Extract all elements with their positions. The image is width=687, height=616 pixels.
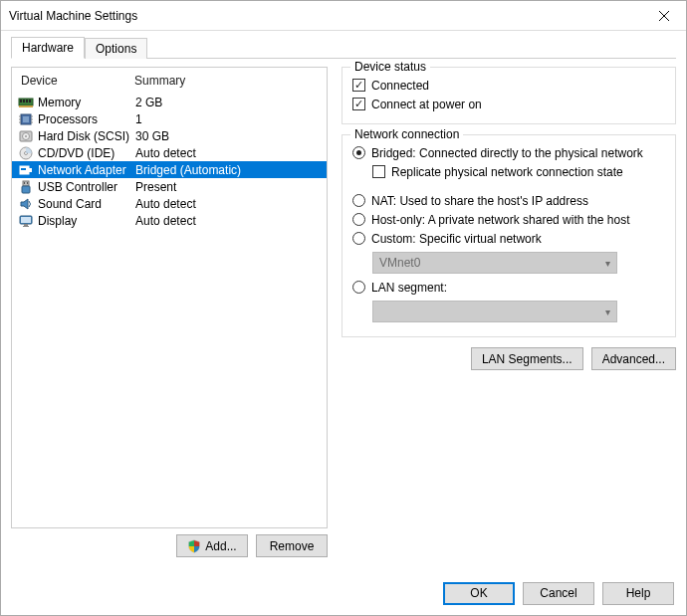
close-button[interactable] [641,1,686,30]
device-summary: 2 GB [135,96,321,109]
tab-hardware[interactable]: Hardware [11,37,85,59]
hostonly-radio-row[interactable]: Host-only: A private network shared with… [352,210,665,229]
device-list-header: Device Summary [12,68,327,94]
custom-vmnet-combo: VMnet0 ▾ [372,252,617,274]
svg-rect-29 [21,217,31,223]
titlebar: Virtual Machine Settings [1,1,686,31]
svg-point-18 [25,135,27,137]
hostonly-label: Host-only: A private network shared with… [371,213,629,227]
device-list: Device Summary Memory2 GBProcessors1Hard… [11,67,328,528]
device-name: USB Controller [38,180,135,194]
remove-button[interactable]: Remove [256,534,328,557]
memory-icon [18,95,34,110]
vm-settings-window: Virtual Machine Settings Hardware Option… [0,0,687,616]
nat-label: NAT: Used to share the host's IP address [371,194,588,208]
svg-rect-27 [27,182,28,184]
device-name: Display [38,214,135,228]
nat-radio-row[interactable]: NAT: Used to share the host's IP address [352,191,665,210]
svg-rect-23 [21,168,26,170]
svg-rect-30 [24,224,28,226]
svg-rect-9 [23,116,29,122]
nat-radio[interactable] [352,194,365,207]
ok-button[interactable]: OK [443,582,515,605]
add-button-label: Add... [205,539,236,553]
bridged-radio-row[interactable]: Bridged: Connected directly to the physi… [352,143,665,162]
device-name: CD/DVD (IDE) [38,146,135,160]
svg-rect-31 [23,226,29,227]
chevron-down-icon: ▾ [605,258,610,269]
lansegment-label: LAN segment: [371,281,447,295]
sound-icon [18,196,34,212]
custom-vmnet-value: VMnet0 [379,256,420,270]
display-icon [18,213,34,229]
advanced-label: Advanced... [602,352,665,366]
left-pane: Device Summary Memory2 GBProcessors1Hard… [11,67,328,563]
column-header-summary[interactable]: Summary [134,74,319,88]
lansegment-radio-row[interactable]: LAN segment: [352,278,665,297]
connected-checkbox-row[interactable]: Connected [352,76,665,95]
connected-label: Connected [371,79,429,93]
replicate-checkbox[interactable] [372,165,385,178]
device-row-sound[interactable]: Sound CardAuto detect [12,195,327,212]
lan-segments-label: LAN Segments... [482,352,572,366]
right-pane: Device status Connected Connect at power… [342,67,676,563]
device-row-usb[interactable]: USB ControllerPresent [12,178,327,195]
help-label: Help [626,586,651,600]
tab-options[interactable]: Options [85,38,147,59]
bridged-label: Bridged: Connected directly to the physi… [371,146,643,160]
cd-icon [18,145,34,161]
replicate-checkbox-row[interactable]: Replicate physical network connection st… [372,162,665,181]
network-connection-legend: Network connection [350,127,463,141]
connect-poweron-checkbox-row[interactable]: Connect at power on [352,95,665,113]
svg-rect-7 [19,105,33,107]
device-summary: Present [135,180,321,194]
device-row-memory[interactable]: Memory2 GB [12,94,327,110]
device-name: Sound Card [38,197,135,211]
device-row-hdd[interactable]: Hard Disk (SCSI)30 GB [12,127,327,144]
dialog-footer: OK Cancel Help [1,571,686,615]
content-area: Hardware Options Device Summary Memory2 … [1,31,686,571]
tab-body: Device Summary Memory2 GBProcessors1Hard… [11,59,676,571]
advanced-button[interactable]: Advanced... [591,347,676,370]
svg-rect-5 [26,100,28,103]
cancel-button[interactable]: Cancel [523,582,594,605]
bridged-radio[interactable] [352,146,365,159]
device-summary: Auto detect [135,197,321,211]
custom-radio-row[interactable]: Custom: Specific virtual network [352,229,665,248]
replicate-label: Replicate physical network connection st… [391,165,623,179]
chevron-down-icon: ▾ [605,307,610,317]
device-summary: 30 GB [135,129,321,143]
svg-rect-25 [22,186,30,193]
lansegment-combo: ▾ [372,301,617,322]
remove-button-label: Remove [270,539,315,553]
device-row-cpu[interactable]: Processors1 [12,110,327,127]
window-title: Virtual Machine Settings [9,9,137,23]
device-row-display[interactable]: DisplayAuto detect [12,212,327,229]
device-list-buttons: Add... Remove [11,534,328,557]
device-summary: Auto detect [135,146,321,160]
device-row-cd[interactable]: CD/DVD (IDE)Auto detect [12,144,327,161]
nic-icon [18,162,34,178]
svg-rect-26 [24,182,25,184]
usb-icon [18,179,34,195]
device-row-nic[interactable]: Network AdapterBridged (Automatic) [12,161,327,178]
cpu-icon [18,111,34,127]
svg-rect-3 [20,100,22,103]
connect-poweron-checkbox[interactable] [352,98,365,110]
close-icon [659,11,669,21]
column-header-device[interactable]: Device [20,74,134,88]
device-rows: Memory2 GBProcessors1Hard Disk (SCSI)30 … [12,94,327,229]
connected-checkbox[interactable] [352,79,365,92]
hostonly-radio[interactable] [352,213,365,226]
network-connection-group: Network connection Bridged: Connected di… [342,134,676,337]
help-button[interactable]: Help [602,582,674,605]
add-button[interactable]: Add... [176,534,248,557]
device-name: Processors [38,112,135,126]
lan-segments-button[interactable]: LAN Segments... [471,347,583,370]
device-name: Memory [38,96,135,109]
device-status-group: Device status Connected Connect at power… [342,67,676,124]
device-name: Hard Disk (SCSI) [38,129,135,143]
svg-rect-24 [23,181,29,186]
lansegment-radio[interactable] [352,281,365,294]
custom-radio[interactable] [352,232,365,245]
